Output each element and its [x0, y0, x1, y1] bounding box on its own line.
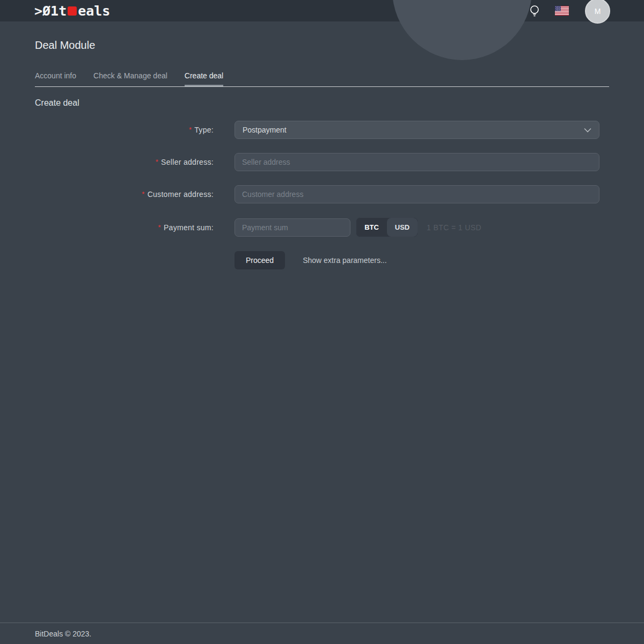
footer: BitDeals © 2023. [0, 623, 644, 644]
seller-address-row: *Seller address: [35, 153, 609, 171]
logo-text-suffix: eals [78, 3, 110, 19]
currency-option-btc[interactable]: BTC [356, 218, 387, 237]
customer-address-label: *Customer address: [35, 190, 214, 199]
form-actions: Proceed Show extra parameters... [235, 251, 609, 269]
tab-account-info[interactable]: Account info [35, 71, 76, 86]
chevron-down-icon [584, 128, 591, 133]
required-mark: * [189, 126, 192, 134]
payment-sum-label: *Payment sum: [35, 223, 214, 232]
seller-address-label: *Seller address: [35, 158, 214, 166]
app-logo[interactable]: >Ø1teals [34, 3, 110, 19]
logo-text-prefix: >Ø1t [34, 3, 67, 19]
tab-bar: Account info Check & Manage deal Create … [35, 71, 609, 87]
required-mark: * [142, 190, 144, 198]
theme-toggle-button[interactable] [528, 4, 541, 18]
show-extra-parameters-link[interactable]: Show extra parameters... [303, 256, 386, 265]
language-selector[interactable] [555, 6, 569, 16]
header: >Ø1teals M [0, 0, 644, 21]
customer-address-input[interactable] [235, 185, 599, 203]
type-label: *Type: [35, 126, 214, 134]
type-row: *Type: Postpayment [35, 121, 609, 139]
tab-check-manage-deal[interactable]: Check & Manage deal [93, 71, 167, 86]
create-deal-form: *Type: Postpayment *Seller address: [35, 121, 609, 269]
user-avatar[interactable]: M [585, 0, 610, 24]
lightbulb-icon [528, 4, 541, 18]
customer-address-row: *Customer address: [35, 185, 609, 203]
main-content: Deal Module Account info Check & Manage … [0, 21, 644, 283]
type-select-value: Postpayment [243, 126, 584, 134]
page-title: Deal Module [35, 39, 609, 52]
currency-toggle: BTC USD [356, 217, 418, 237]
us-flag-icon [555, 6, 569, 16]
avatar-initial: M [595, 7, 601, 16]
section-title: Create deal [35, 98, 609, 108]
currency-option-usd[interactable]: USD [387, 218, 418, 237]
type-select[interactable]: Postpayment [235, 121, 599, 139]
proceed-button[interactable]: Proceed [235, 251, 285, 269]
seller-address-input[interactable] [235, 153, 599, 171]
payment-sum-input[interactable] [235, 218, 350, 237]
footer-copyright: BitDeals © 2023. [35, 630, 91, 638]
payment-sum-row: *Payment sum: BTC USD 1 BTC = 1 USD [35, 217, 609, 237]
logo-d-square-icon [68, 6, 77, 16]
tab-create-deal[interactable]: Create deal [185, 71, 223, 86]
exchange-rate-text: 1 BTC = 1 USD [427, 223, 481, 232]
required-mark: * [158, 223, 161, 231]
required-mark: * [156, 158, 158, 166]
